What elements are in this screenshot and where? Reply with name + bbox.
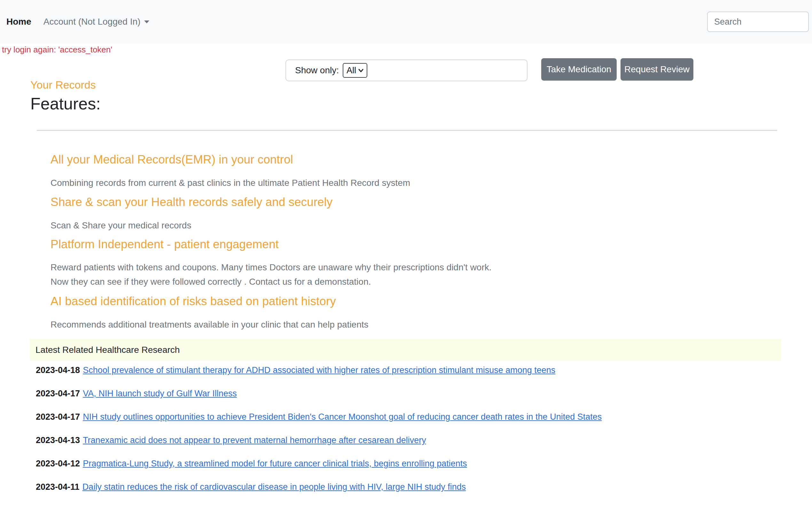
- feature-title-emr: All your Medical Records(EMR) in your co…: [50, 153, 293, 166]
- caret-down-icon: [144, 20, 149, 24]
- research-heading: Latest Related Healthcare Research: [36, 345, 180, 355]
- login-error-message: try login again: 'access_token': [2, 45, 112, 55]
- your-records-link[interactable]: Your Records: [30, 79, 96, 91]
- research-banner: Latest Related Healthcare Research: [30, 339, 781, 361]
- research-item-link[interactable]: Tranexamic acid does not appear to preve…: [83, 435, 426, 445]
- feature-desc-platform: Reward patients with tokens and coupons.…: [50, 260, 492, 289]
- request-review-button[interactable]: Request Review: [621, 58, 694, 81]
- feature-desc-platform-line1: Reward patients with tokens and coupons.…: [50, 262, 492, 272]
- feature-desc-ai-risks: Recommends additional treatments availab…: [50, 318, 369, 332]
- features-heading: Features:: [30, 94, 101, 113]
- feature-title-ai-risks: AI based identification of risks based o…: [50, 295, 336, 308]
- feature-desc-share-scan: Scan & Share your medical records: [50, 218, 191, 232]
- search-input[interactable]: [707, 11, 809, 32]
- show-only-label: Show only:: [295, 65, 339, 76]
- show-only-selected-value: All: [346, 66, 356, 76]
- research-item-date: 2023-04-13: [36, 435, 80, 445]
- research-item: 2023-04-17VA, NIH launch study of Gulf W…: [36, 388, 602, 399]
- research-item: 2023-04-13Tranexamic acid does not appea…: [36, 435, 602, 446]
- research-item-link[interactable]: Daily statin reduces the risk of cardiov…: [83, 482, 466, 492]
- feature-desc-emr: Combining records from current & past cl…: [50, 176, 410, 190]
- feature-title-platform: Platform Independent - patient engagemen…: [50, 238, 279, 251]
- show-only-filter-box: Show only: All: [285, 59, 527, 81]
- research-item: 2023-04-11Daily statin reduces the risk …: [36, 481, 602, 492]
- take-medication-button[interactable]: Take Medication: [541, 58, 617, 81]
- research-item-date: 2023-04-12: [36, 459, 80, 468]
- research-item-date: 2023-04-18: [36, 365, 80, 375]
- research-item: 2023-04-12Pragmatica-Lung Study, a strea…: [36, 458, 602, 469]
- research-item-link[interactable]: School prevalence of stimulant therapy f…: [83, 365, 555, 375]
- research-item-link[interactable]: VA, NIH launch study of Gulf War Illness: [83, 389, 237, 398]
- top-navbar: Home Account (Not Logged In): [0, 0, 812, 43]
- research-item-date: 2023-04-17: [36, 389, 80, 398]
- nav-account-dropdown[interactable]: Account (Not Logged In): [44, 17, 150, 27]
- feature-title-share-scan: Share & scan your Health records safely …: [50, 196, 332, 209]
- research-item-link[interactable]: NIH study outlines opportunities to achi…: [83, 412, 602, 422]
- chevron-down-icon: [358, 67, 364, 74]
- show-only-select[interactable]: All: [343, 63, 367, 78]
- research-list: 2023-04-18School prevalence of stimulant…: [36, 365, 602, 505]
- research-item: 2023-04-17NIH study outlines opportuniti…: [36, 411, 602, 422]
- research-item: 2023-04-18School prevalence of stimulant…: [36, 365, 602, 376]
- research-item-date: 2023-04-17: [36, 412, 80, 422]
- nav-account-label: Account (Not Logged In): [44, 17, 141, 27]
- feature-desc-platform-line2: Now they can see if they were followed c…: [50, 277, 371, 287]
- research-item-link[interactable]: Pragmatica-Lung Study, a streamlined mod…: [83, 459, 467, 468]
- research-item-date: 2023-04-11: [36, 482, 80, 492]
- nav-home-link[interactable]: Home: [6, 17, 31, 27]
- divider: [37, 130, 777, 131]
